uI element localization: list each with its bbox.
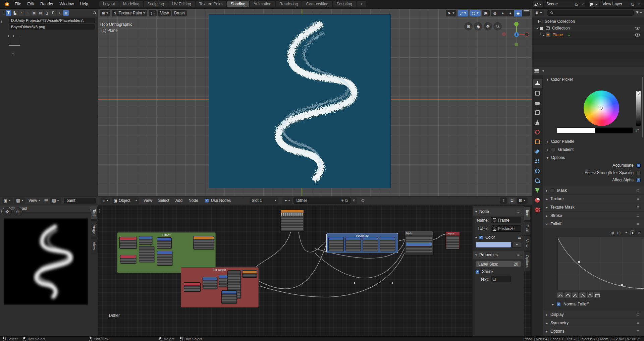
pin-icon[interactable]: ⊙	[361, 198, 364, 203]
editor-type-button[interactable]: ▣	[2, 197, 13, 204]
object-visibility-dropdown[interactable]: ➤	[446, 10, 457, 16]
editor-type-button[interactable]: ◒	[101, 197, 110, 204]
shading-rendered-button[interactable]: ◉	[514, 10, 522, 16]
collection-checkbox[interactable]	[540, 26, 543, 30]
color-wheel-cursor[interactable]	[600, 107, 603, 110]
sidebar-tab[interactable]: Tool	[524, 221, 531, 235]
tab-world[interactable]	[533, 128, 542, 136]
parent-directory-item[interactable]: ..	[9, 37, 20, 55]
tab-material[interactable]	[533, 196, 542, 205]
tab-particles[interactable]	[533, 157, 542, 166]
section-checkbox[interactable]	[550, 188, 554, 193]
sidebar-tab[interactable]: Options	[524, 251, 531, 272]
workspace-tab[interactable]: Scripting	[333, 1, 356, 7]
node-name-field[interactable]: Frame	[491, 217, 521, 223]
workspace-tab[interactable]: +	[357, 1, 366, 7]
curve-delete-icon[interactable]: ×	[638, 230, 641, 235]
sound-filter-icon[interactable]: ♪	[57, 10, 62, 16]
outliner-row-scene-collection[interactable]: Scene Collection	[532, 18, 644, 25]
blend-filter-icon[interactable]: ◔	[18, 10, 24, 16]
hide-in-viewport-icon[interactable]	[635, 27, 640, 30]
collapsed-section-header[interactable]: ▸ Stroke	[543, 212, 644, 220]
tab-constraints[interactable]	[533, 176, 542, 185]
gizmo-y-plus[interactable]	[514, 22, 519, 26]
tab-active-tool[interactable]	[533, 79, 542, 88]
node-menu[interactable]: Select	[155, 196, 172, 205]
frame-dither[interactable]: Dither	[117, 232, 216, 273]
backup-filter-icon[interactable]: ◔	[25, 10, 31, 16]
movie-filter-icon[interactable]: ▤	[38, 10, 43, 16]
view-layer-name-field[interactable]: View Layer	[600, 1, 629, 7]
snap-toggle-icon[interactable]: Ω	[508, 197, 516, 204]
curve-zoom-out-icon[interactable]: ⊖	[617, 230, 621, 235]
collapsed-section-header[interactable]: ▸ Mask	[543, 186, 644, 194]
shading-dropdown[interactable]	[522, 10, 530, 16]
falloff-preset-constant[interactable]	[594, 292, 601, 298]
blender-logo-icon[interactable]	[3, 2, 9, 6]
region-expand-arrow[interactable]: ⟩	[1, 209, 2, 214]
color-dropdown[interactable]	[513, 242, 521, 248]
node-menu[interactable]: View	[141, 196, 155, 205]
workspace-tab[interactable]: Modeling	[119, 1, 143, 7]
view-menu[interactable]: View	[27, 197, 42, 204]
collapsed-section-header[interactable]: ▸Display	[543, 310, 644, 319]
tab-output[interactable]	[533, 99, 542, 107]
value-slider-handle[interactable]	[637, 91, 640, 95]
font-filter-icon[interactable]: F	[50, 10, 56, 16]
search-icon[interactable]	[93, 11, 96, 15]
outliner-row-plane[interactable]: └ ▸ Plane ▽	[532, 32, 644, 38]
options-section-header[interactable]: ▾Options	[543, 154, 644, 162]
shading-solid-button[interactable]: ●	[499, 10, 506, 16]
workspace-tab[interactable]: UV Editing	[168, 1, 195, 7]
option-checkbox[interactable]	[636, 171, 641, 175]
scene-delete-button[interactable]: ×	[580, 1, 586, 7]
grid-toggle-icon[interactable]: ⊞	[464, 22, 473, 31]
node-matte[interactable]: Matte	[405, 231, 433, 255]
use-nodes-toggle[interactable]: Use Nodes	[205, 198, 231, 203]
gradient-checkbox[interactable]	[551, 148, 555, 152]
option-checkbox[interactable]	[636, 178, 641, 182]
option-checkbox[interactable]	[636, 163, 641, 168]
hide-in-viewport-icon[interactable]	[635, 34, 640, 37]
tool-search-input[interactable]: paint	[64, 198, 96, 204]
menu-item[interactable]: Edit	[24, 0, 37, 8]
workspace-tab[interactable]: Compositing	[302, 1, 332, 7]
tab-physics[interactable]	[533, 167, 542, 175]
gizmo-y-minus[interactable]	[515, 43, 518, 46]
node-menu[interactable]: Add	[172, 196, 185, 205]
view-layer-icon[interactable]	[588, 1, 600, 7]
workspace-tab[interactable]: Sculpting	[144, 1, 168, 7]
editor-type-button[interactable]: ⊞	[100, 10, 110, 16]
falloff-section-header[interactable]: ▾Falloff	[543, 220, 644, 228]
filename-field[interactable]: BayerDither8x8.png	[9, 24, 95, 30]
frame-color-swatch[interactable]	[475, 242, 512, 248]
workspace-tab[interactable]: Layout	[99, 1, 119, 7]
region-expand-arrow[interactable]: ⟩	[1, 19, 2, 24]
falloff-preset-linear[interactable]	[586, 292, 593, 298]
swap-colors-icon[interactable]: ⇄	[635, 128, 639, 133]
script-filter-icon[interactable]: ʓ	[44, 10, 50, 16]
gizmo-x-minus[interactable]	[525, 32, 529, 37]
shader-node-editor[interactable]: Dither Posterize Bit-Depth	[98, 196, 532, 336]
directory-path-field[interactable]: D:\Unity Projects\TI3\Assets\Placeholder…	[9, 18, 95, 23]
color-palette-section-header[interactable]: ▸Color Palette	[543, 137, 644, 146]
collapsed-section-header[interactable]: ▸ Texture Mask	[543, 203, 644, 211]
node-panel-header[interactable]: ▾Node	[473, 208, 524, 216]
primary-secondary-color-bar[interactable]	[557, 127, 633, 133]
overlays-toggle[interactable]: ◎	[470, 10, 480, 16]
frame-bit-depth[interactable]: Bit-Depth	[181, 267, 259, 307]
falloff-preset-sharp[interactable]	[579, 292, 586, 298]
color-checkbox[interactable]	[479, 235, 483, 240]
viewport-menu[interactable]: Brush	[172, 10, 186, 16]
tab-render[interactable]	[533, 89, 542, 98]
viewport-3d[interactable]: ⊞ ✎Texture Paint ▢ ViewBrush ➤ ⤢ ◎ ▣ ◍ ●…	[98, 9, 532, 196]
zoom-icon[interactable]: ⊕	[13, 207, 22, 216]
editor-type-icon[interactable]	[534, 68, 541, 74]
image-icon[interactable]: ▦	[14, 197, 25, 204]
parent-node-tree-button[interactable]: ↥	[500, 197, 507, 204]
workspace-tab[interactable]: Shading	[227, 1, 249, 7]
gradient-section-header[interactable]: ▸Gradient	[543, 146, 644, 154]
falloff-preset-smooth[interactable]	[557, 292, 564, 298]
tab-texture[interactable]	[533, 206, 542, 214]
slot-dropdown[interactable]: Slot 1	[250, 197, 278, 204]
